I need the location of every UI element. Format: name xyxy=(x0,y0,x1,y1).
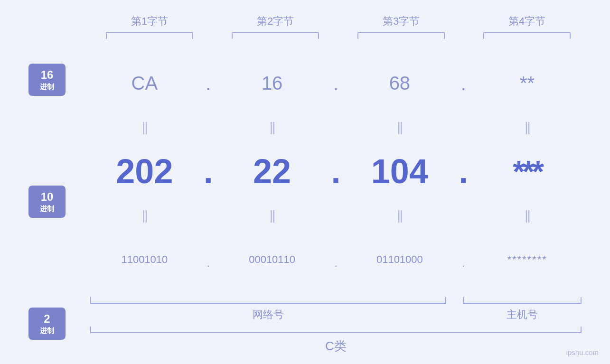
sep-1-3: || xyxy=(346,120,454,135)
bin-dot-3: . xyxy=(454,248,473,271)
data-columns: CA . 16 . 68 . ** xyxy=(90,44,582,355)
dec-cell-4: *** xyxy=(473,154,582,189)
sep-2-3: || xyxy=(346,208,454,223)
sep-1-2: || xyxy=(218,120,327,135)
col-header-3: 第3字节 xyxy=(347,14,456,28)
page-container: 第1字节 第2字节 第3字节 第4字节 16 xyxy=(0,0,610,364)
dec-cell-3: 104 xyxy=(346,152,454,191)
dec-cell-1: 202 xyxy=(90,152,199,191)
hex-cell-1: CA xyxy=(90,73,199,94)
dec-dot-1: . xyxy=(199,152,218,191)
col-header-1: 第1字节 xyxy=(95,14,204,28)
top-bracket-1 xyxy=(95,32,204,39)
bottom-brackets-row: 网络号 主机号 xyxy=(90,297,582,322)
watermark: ipshu.com xyxy=(566,348,599,356)
host-label: 主机号 xyxy=(463,308,582,322)
sep-2-1: || xyxy=(90,208,199,223)
hex-dot-2: . xyxy=(327,71,346,95)
hex-cell-3: 68 xyxy=(346,73,454,94)
col-header-2: 第2字节 xyxy=(221,14,330,28)
sep-1-4: || xyxy=(473,120,582,135)
hex-dot-1: . xyxy=(199,71,218,95)
dec-dot-2: . xyxy=(327,152,346,191)
network-label: 网络号 xyxy=(90,308,446,322)
row-labels: 16 进制 10 进制 2 进制 xyxy=(28,44,90,355)
bin-dot-2: . xyxy=(327,248,346,271)
binary-row: 11001010 . 00010110 . 01101000 . xyxy=(90,225,582,294)
sep-row-2: || || || || xyxy=(90,206,582,225)
sep-row-1: || || || || xyxy=(90,118,582,137)
top-brackets xyxy=(28,32,582,39)
top-bracket-4 xyxy=(472,32,582,39)
sep-2-2: || xyxy=(218,208,327,223)
network-bracket: 网络号 xyxy=(90,297,446,322)
bin-cell-3: 01101000 xyxy=(346,253,454,266)
bin-cell-1: 11001010 xyxy=(90,253,199,266)
dec-cell-2: 22 xyxy=(218,152,327,191)
sep-2-4: || xyxy=(473,208,582,223)
hex-cell-4: ** xyxy=(473,73,582,94)
hex-label: 16 进制 xyxy=(28,64,66,96)
col-header-4: 第4字节 xyxy=(472,14,582,28)
class-label: C类 xyxy=(90,338,582,355)
bin-cell-2: 00010110 xyxy=(218,253,327,266)
class-bracket: C类 xyxy=(90,327,582,355)
dec-label: 10 进制 xyxy=(28,186,66,218)
column-headers: 第1字节 第2字节 第3字节 第4字节 xyxy=(28,14,582,28)
hex-row: CA . 16 . 68 . ** xyxy=(90,48,582,118)
bin-label: 2 进制 xyxy=(28,308,66,340)
hex-cell-2: 16 xyxy=(218,73,327,94)
top-bracket-3 xyxy=(347,32,456,39)
decimal-row: 202 . 22 . 104 . *** xyxy=(90,137,582,206)
dec-dot-3: . xyxy=(454,152,473,191)
bin-cell-4: ******** xyxy=(473,253,582,266)
hex-dot-3: . xyxy=(454,71,473,95)
main-data-area: 16 进制 10 进制 2 进制 xyxy=(28,44,582,355)
sep-1-1: || xyxy=(90,120,199,135)
bin-dot-1: . xyxy=(199,248,218,271)
top-bracket-2 xyxy=(221,32,330,39)
host-bracket: 主机号 xyxy=(463,297,582,322)
